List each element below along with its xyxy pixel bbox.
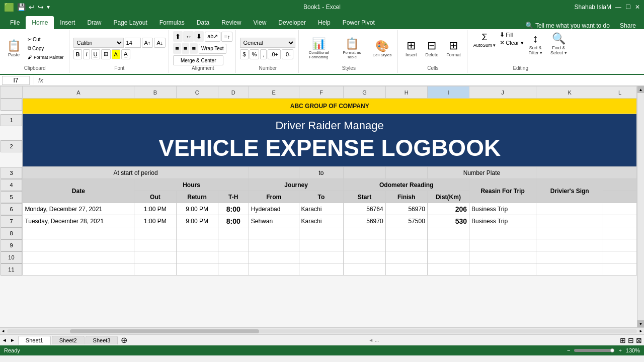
date-cell-7[interactable]: Tuesday, December 28, 2021 [23, 215, 134, 227]
extra-cell-7[interactable] [603, 215, 637, 227]
to-cell-7[interactable]: Karachi [299, 215, 344, 227]
zoom-in-icon[interactable]: + [618, 347, 621, 353]
view-normal-icon[interactable]: ⊞ [620, 336, 626, 344]
col-header-f[interactable]: F [299, 86, 344, 99]
decrease-decimal-button[interactable]: .0- [282, 49, 293, 59]
zoom-thumb[interactable] [610, 348, 614, 352]
font-size-input[interactable] [125, 38, 141, 48]
tab-formulas[interactable]: Formulas [153, 16, 191, 29]
start-cell-6[interactable]: 56764 [344, 203, 385, 215]
tab-help[interactable]: Help [312, 16, 337, 29]
align-middle-button[interactable]: ↔ [183, 31, 194, 42]
tab-page-layout[interactable]: Page Layout [107, 16, 153, 29]
percent-button[interactable]: % [250, 49, 260, 59]
dist-cell-7[interactable]: 530 [427, 215, 469, 227]
extra-cell-6[interactable] [603, 203, 637, 215]
format-button[interactable]: ⊞ Format [443, 38, 464, 58]
scroll-tabs-right-icon[interactable]: ► [10, 337, 15, 343]
row-7[interactable]: 7 [1, 215, 23, 227]
scroll-tabs-left-icon[interactable]: ◄ [2, 337, 7, 343]
reason-cell-6[interactable]: Business Trip [469, 203, 536, 215]
undo-icon[interactable]: ↩ [29, 3, 35, 11]
tab-power-pivot[interactable]: Power Pivot [337, 16, 381, 29]
sign-cell-7[interactable] [536, 215, 603, 227]
view-layout-icon[interactable]: ⊟ [628, 336, 634, 344]
row-9[interactable]: 9 [1, 239, 23, 251]
finish-cell-7[interactable]: 57500 [385, 215, 427, 227]
vertical-scrollbar[interactable]: ▲ ▼ [637, 86, 644, 327]
fill-button[interactable]: ⬇ Fill [500, 31, 523, 38]
minimize-icon[interactable]: — [615, 4, 621, 11]
align-center-button[interactable]: ≡ [182, 43, 190, 54]
col-header-k[interactable]: K [536, 86, 603, 99]
sign-cell-6[interactable] [536, 203, 603, 215]
tab-developer[interactable]: Developer [272, 16, 312, 29]
col-header-a[interactable]: A [23, 86, 134, 99]
increase-font-button[interactable]: A↑ [142, 38, 153, 48]
sort-filter-button[interactable]: ↕ Sort & Filter ▾ [526, 31, 546, 56]
conditional-formatting-button[interactable]: 📊 Conditional Formatting [303, 36, 334, 60]
increase-decimal-button[interactable]: .0+ [268, 49, 281, 59]
clear-button[interactable]: ✕ Clear ▾ [500, 39, 523, 46]
to-cell-6[interactable]: Karachi [299, 203, 344, 215]
row-11[interactable]: 11 [1, 263, 23, 276]
cell-styles-button[interactable]: 🎨 Cell Styles [369, 39, 394, 58]
decrease-font-button[interactable]: A↓ [154, 38, 166, 48]
return-cell-6[interactable]: 9:00 PM [176, 203, 218, 215]
horizontal-scrollbar[interactable]: ◄ ► [0, 327, 644, 334]
sheet-tab-3[interactable]: Sheet3 [86, 336, 118, 344]
col-header-h[interactable]: H [385, 86, 427, 99]
from-cell-6[interactable]: Hyderabad [249, 203, 299, 215]
zoom-out-icon[interactable]: − [567, 347, 570, 353]
delete-button[interactable]: ⊟ Delete [422, 38, 441, 58]
formula-input[interactable] [47, 77, 642, 84]
col-header-i[interactable]: I [427, 86, 469, 99]
reason-cell-7[interactable]: Business Trip [469, 215, 536, 227]
restore-icon[interactable]: ☐ [625, 4, 631, 11]
currency-button[interactable]: $ [240, 49, 248, 59]
italic-button[interactable]: I [83, 49, 90, 59]
comma-button[interactable]: , [260, 49, 267, 59]
th-cell-7[interactable]: 8:00 [218, 215, 249, 227]
more-icon[interactable]: ▾ [47, 4, 50, 11]
merge-center-button[interactable]: Merge & Center [173, 55, 223, 65]
col-header-g[interactable]: G [344, 86, 385, 99]
format-painter-button[interactable]: 🖌 Format Painter [26, 53, 66, 61]
align-top-button[interactable]: ⬆ [173, 31, 183, 42]
orientation-button[interactable]: ab↗ [205, 32, 220, 42]
tab-review[interactable]: Review [215, 16, 247, 29]
wrap-text-button[interactable]: Wrap Text [199, 44, 226, 54]
out-cell-7[interactable]: 1:00 PM [134, 215, 176, 227]
row-6[interactable]: 6 [1, 203, 23, 215]
font-family-select[interactable]: Calibri [73, 38, 124, 48]
cell-reference-input[interactable]: I7 [2, 76, 30, 85]
scroll-left-icon[interactable]: ◄ [1, 329, 5, 333]
autosum-button[interactable]: Σ AutoSum ▾ [471, 31, 498, 49]
insert-button[interactable]: ⊞ Insert [402, 38, 420, 58]
col-header-b[interactable]: B [134, 86, 176, 99]
col-header-c[interactable]: C [176, 86, 218, 99]
out-cell-6[interactable]: 1:00 PM [134, 203, 176, 215]
th-cell-6[interactable]: 8:00 [218, 203, 249, 215]
cut-button[interactable]: ✂ Cut [26, 36, 66, 43]
tell-me-input[interactable]: Tell me what you want to do [535, 22, 610, 29]
paste-button[interactable]: 📋 Paste [4, 38, 24, 58]
align-bottom-button[interactable]: ⬇ [194, 31, 204, 42]
h-scroll-thumb[interactable] [70, 329, 259, 333]
redo-icon[interactable]: ↪ [38, 3, 44, 11]
tab-file[interactable]: File [4, 16, 26, 29]
align-right-button[interactable]: ≡ [190, 43, 198, 54]
fill-color-button[interactable]: A [112, 49, 120, 59]
close-icon[interactable]: ✕ [635, 4, 640, 11]
copy-button[interactable]: ⧉ Copy [26, 44, 66, 52]
start-cell-7[interactable]: 56970 [344, 215, 385, 227]
bold-button[interactable]: B [73, 49, 83, 59]
indent-button[interactable]: ≡↑ [221, 32, 232, 42]
find-select-button[interactable]: 🔍 Find & Select ▾ [547, 31, 570, 56]
date-cell-6[interactable]: Monday, December 27, 2021 [23, 203, 134, 215]
tab-view[interactable]: View [248, 16, 273, 29]
col-header-e[interactable]: E [249, 86, 299, 99]
col-header-d[interactable]: D [218, 86, 249, 99]
row-10[interactable]: 10 [1, 251, 23, 263]
number-format-select[interactable]: General [240, 38, 295, 48]
